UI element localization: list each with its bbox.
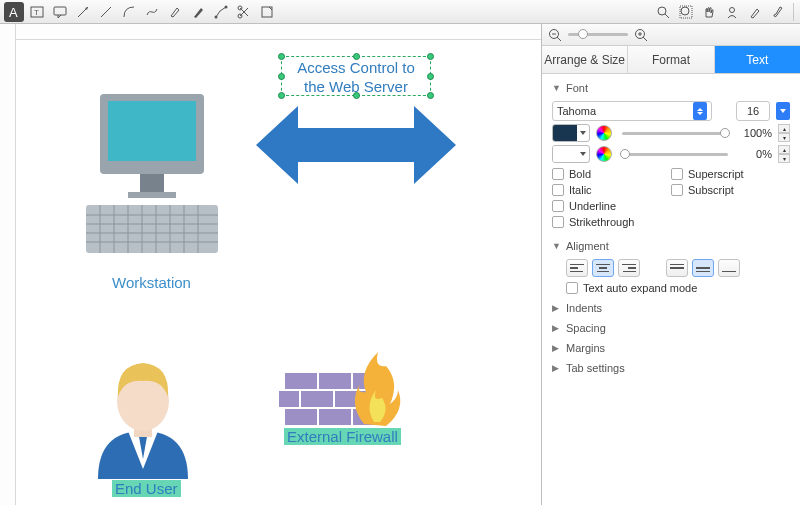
svg-point-6 [215,15,218,18]
workstation-shape[interactable] [82,89,222,269]
svg-rect-37 [318,372,352,390]
text-tool-button[interactable]: T [27,2,47,22]
curve-tool-button[interactable] [142,2,162,22]
note-tool-button[interactable] [257,2,277,22]
checkbox-auto-expand[interactable]: Text auto expand mode [552,282,790,294]
section-indents[interactable]: ▶Indents [552,298,790,318]
svg-line-51 [643,37,647,41]
checkbox-superscript[interactable]: Superscript [671,168,790,180]
svg-line-47 [557,37,561,41]
double-arrow-shape[interactable] [256,98,456,192]
text-selection-box[interactable]: Access Control to the Web Server [281,56,431,96]
bg-opacity-value: 0% [738,148,772,160]
svg-text:T: T [34,8,39,17]
ruler-horizontal [0,24,541,40]
brush-tool-button[interactable] [768,2,788,22]
align-center-button[interactable] [592,259,614,277]
svg-marker-33 [256,106,456,184]
font-tool-button[interactable]: A [4,2,24,22]
checkbox-italic[interactable]: Italic [552,184,671,196]
section-alignment[interactable]: ▼Aligment [552,236,790,256]
text-color-opacity-slider[interactable] [622,132,728,135]
end-user-shape[interactable] [78,329,208,479]
svg-rect-43 [318,408,352,426]
bg-opacity-stepper[interactable]: ▴▾ [778,145,790,163]
end-user-label[interactable]: End User [112,480,181,497]
svg-rect-39 [278,390,300,408]
zoom-slider[interactable] [568,33,628,36]
tab-text[interactable]: Text [715,46,800,73]
arc-tool-button[interactable] [119,2,139,22]
checkbox-subscript[interactable]: Subscript [671,184,790,196]
zoom-tool-button[interactable] [653,2,673,22]
ruler-vertical [0,24,16,505]
svg-rect-17 [108,101,196,161]
text-opacity-stepper[interactable]: ▴▾ [778,124,790,142]
svg-rect-42 [284,408,318,426]
zoom-fit-tool-button[interactable] [676,2,696,22]
section-tab-settings[interactable]: ▶Tab settings [552,358,790,378]
svg-rect-18 [140,174,164,192]
svg-point-11 [658,7,666,15]
hand-tool-button[interactable] [699,2,719,22]
svg-line-12 [665,14,669,18]
text-color-well[interactable] [552,124,590,142]
section-font[interactable]: ▼Font [552,78,790,98]
pen-tool-button[interactable] [188,2,208,22]
font-family-select[interactable]: Tahoma [552,101,712,121]
valign-top-button[interactable] [666,259,688,277]
svg-line-5 [101,7,111,17]
svg-rect-14 [680,6,692,18]
svg-text:A: A [9,5,18,19]
text-color-wheel-icon[interactable] [596,125,612,141]
font-size-field[interactable]: 16 [736,101,770,121]
inspector-tabs: Arrange & Size Format Text [542,46,800,74]
svg-point-15 [730,7,735,12]
checkbox-bold[interactable]: Bold [552,168,671,180]
bg-opacity-slider[interactable] [622,153,728,156]
tab-format[interactable]: Format [628,46,714,73]
highlight-tool-button[interactable] [165,2,185,22]
workstation-label[interactable]: Workstation [112,274,191,291]
zoom-in-button[interactable] [634,28,648,42]
align-left-button[interactable] [566,259,588,277]
svg-rect-40 [300,390,334,408]
line-tool-button[interactable] [96,2,116,22]
zoom-bar [542,24,800,46]
svg-rect-3 [54,7,66,15]
comment-tool-button[interactable] [50,2,70,22]
firewall-label[interactable]: External Firewall [284,428,401,445]
eyedropper-tool-button[interactable] [745,2,765,22]
align-right-button[interactable] [618,259,640,277]
user-tool-button[interactable] [722,2,742,22]
access-label-line1[interactable]: Access Control to [297,59,415,76]
svg-rect-19 [128,192,176,198]
tab-arrange[interactable]: Arrange & Size [542,46,628,73]
svg-point-7 [225,5,228,8]
checkbox-strikethrough[interactable]: Strikethrough [552,216,671,228]
svg-rect-36 [284,372,318,390]
valign-bottom-button[interactable] [718,259,740,277]
checkbox-underline[interactable]: Underline [552,200,671,212]
text-opacity-value: 100% [738,127,772,139]
canvas-area[interactable]: Workstation Access Control to the Web Se… [0,24,542,505]
section-margins[interactable]: ▶Margins [552,338,790,358]
bg-color-well[interactable] [552,145,590,163]
zoom-out-button[interactable] [548,28,562,42]
valign-middle-button[interactable] [692,259,714,277]
arrow-tool-button[interactable] [73,2,93,22]
bg-color-wheel-icon[interactable] [596,146,612,162]
scissors-tool-button[interactable] [234,2,254,22]
inspector-panel: Arrange & Size Format Text ▼Font Tahoma … [542,24,800,505]
svg-point-13 [681,7,689,15]
top-toolbar: A T [0,0,800,24]
connector-tool-button[interactable] [211,2,231,22]
section-spacing[interactable]: ▶Spacing [552,318,790,338]
font-size-stepper[interactable] [776,102,790,120]
